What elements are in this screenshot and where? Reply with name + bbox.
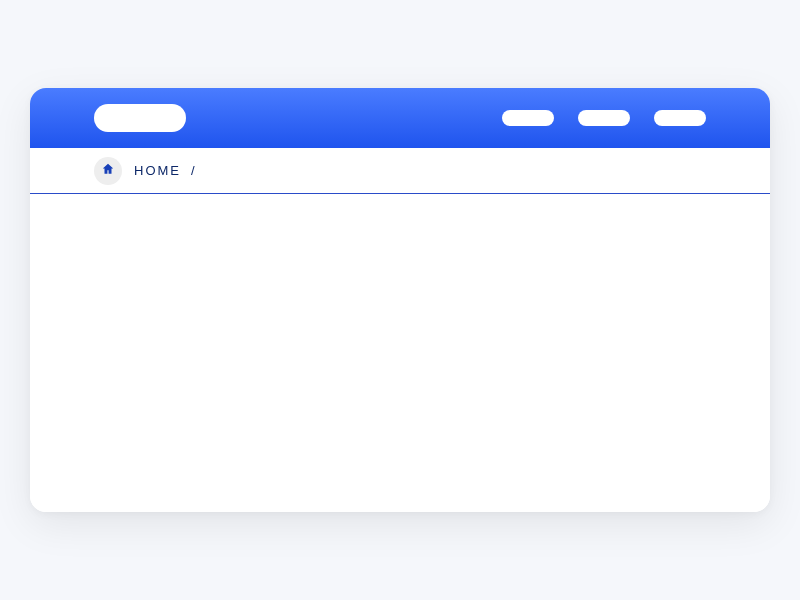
nav-link-3[interactable] [654,110,706,126]
nav-links [502,110,706,126]
breadcrumb-home-label[interactable]: Home [134,163,181,178]
header-bar [30,88,770,148]
nav-link-2[interactable] [578,110,630,126]
breadcrumb: Home / [30,148,770,194]
logo-placeholder[interactable] [94,104,186,132]
nav-link-1[interactable] [502,110,554,126]
home-icon-button[interactable] [94,157,122,185]
breadcrumb-text: Home / [134,163,197,178]
home-icon [101,162,115,180]
content-area [30,194,770,512]
breadcrumb-separator: / [191,163,197,178]
browser-window: Home / [30,88,770,512]
